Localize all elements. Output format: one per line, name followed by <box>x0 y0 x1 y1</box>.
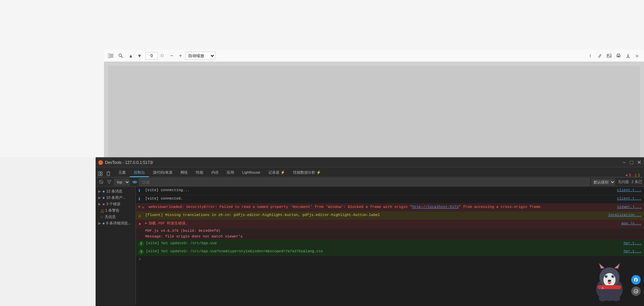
tab-application[interactable]: 应用 <box>223 168 238 177</box>
prev-page-button[interactable]: ▲ <box>127 52 135 60</box>
svg-rect-3 <box>110 57 113 57</box>
tab-network[interactable]: 网络 <box>176 168 192 177</box>
verbose-icon: ● <box>102 221 105 226</box>
log-source-0[interactable]: client.t... <box>617 188 641 193</box>
log-text-1: [vite] connected. <box>145 196 614 201</box>
social-icon-1[interactable] <box>631 275 641 285</box>
draw-button[interactable] <box>596 52 604 60</box>
clear-console-button[interactable] <box>98 179 104 185</box>
next-page-button[interactable]: ▼ <box>136 52 144 60</box>
sidebar-user-group[interactable]: ▶ ● 10 条用户... <box>96 194 136 201</box>
hot-icon-5: 2 <box>139 241 144 247</box>
expand-verbose-icon: ▶ <box>98 221 101 225</box>
console-content: ▶ ● 12 条消息 ▶ ● 10 条用户... ▶ ● 3 个错误 △ 1 条… <box>96 187 644 305</box>
page-number-input[interactable]: 0 <box>146 52 158 59</box>
error-count-badge: ● 3 <box>626 173 631 177</box>
minimize-button[interactable]: − <box>622 160 627 165</box>
svg-rect-0 <box>108 53 110 58</box>
tab-memory[interactable]: 内存 <box>207 168 223 177</box>
pdf-content-area <box>104 62 644 157</box>
info-icon-0: ℹ <box>139 188 143 194</box>
error-icon-4: ● <box>139 221 143 227</box>
svg-point-37 <box>612 296 620 301</box>
log-entry-hot-1: 2 [vite] hot updated: /src/App.vue her.t… <box>136 240 644 248</box>
social-icons: W <box>631 275 641 296</box>
zoom-controls: − + 自动缩放 实际大小 适合页面 适合宽度 50% 75% 100% 125… <box>168 52 215 60</box>
warning-icon-3: △ <box>139 213 143 219</box>
tab-lighthouse[interactable]: Lighthouse <box>238 168 264 177</box>
sidebar-errors-group[interactable]: ▶ ● 3 个错误 <box>96 201 136 207</box>
log-entry-hot-2: 3 [vite] hot updated: /src/App.vue?vue&t… <box>136 248 644 256</box>
info-icon: ○ <box>101 214 103 219</box>
zoom-out-button[interactable]: − <box>168 52 176 60</box>
log-source-2[interactable]: viewer.j... <box>617 205 641 210</box>
log-text-3: [fluent] Missing translations in zh-cn: … <box>145 213 605 218</box>
social-icon-2[interactable]: W <box>631 287 641 296</box>
warnings-count: 1 条警告 <box>105 208 119 213</box>
tab-performance[interactable]: 性能 <box>192 168 207 177</box>
image-button[interactable] <box>605 52 613 60</box>
download-button[interactable] <box>624 52 632 60</box>
svg-point-14 <box>108 175 109 176</box>
svg-point-32 <box>608 280 611 282</box>
sidebar-messages-group[interactable]: ▶ ● 12 条消息 <box>96 188 136 194</box>
svg-rect-9 <box>618 56 620 57</box>
pdf-toolbar: ▲ ▼ 0 /0 − + 自动缩放 实际大小 适合页面 适合宽度 50% 75%… <box>104 50 644 62</box>
svg-point-4 <box>119 54 122 56</box>
zoom-in-button[interactable]: + <box>176 52 184 60</box>
svg-point-31 <box>613 276 613 276</box>
console-log-area[interactable]: ℹ [vite] connecting... client.t... ℹ [vi… <box>136 187 644 305</box>
devtools-titlebar: DevTools - 127.0.0.1:5173/ − □ ✕ <box>96 158 644 167</box>
log-text-4: 加载 PDF 时发生错误。 <box>149 221 619 226</box>
tab-recorder[interactable]: 记录器 ⚡ <box>264 168 289 177</box>
devtools-tabs: 元素 控制台 源代码/来源 网络 性能 内存 应用 Lighthouse 记录器… <box>96 167 644 177</box>
sidebar-info-group[interactable]: ○ 无信息 <box>96 214 136 220</box>
filter-toggle-button[interactable] <box>106 179 112 185</box>
error-icon-2: ✕ <box>142 205 147 211</box>
devtools-title-text: DevTools - 127.0.0.1:5173/ <box>105 160 153 165</box>
pdf-error-sub1: PDF.js v4.0.379 (build: 9e14d04fd) <box>136 228 644 234</box>
log-source-3[interactable]: localization... <box>608 213 641 218</box>
context-select[interactable]: top <box>114 178 130 186</box>
close-button[interactable]: ✕ <box>637 160 641 165</box>
filter-input[interactable] <box>139 178 590 186</box>
svg-point-33 <box>608 282 611 284</box>
expand-info-icon <box>98 215 99 219</box>
device-toggle-button[interactable] <box>105 170 112 177</box>
expand-icon-2[interactable]: ▶ <box>139 205 141 209</box>
find-button[interactable] <box>117 52 125 60</box>
sidebar-warnings-group[interactable]: △ 1 条警告 <box>96 207 136 214</box>
svg-line-5 <box>121 56 123 58</box>
log-entry-vite-connected: ℹ [vite] connected. client.t... <box>136 195 644 204</box>
toggle-sidebar-button[interactable] <box>107 52 115 60</box>
inspect-element-button[interactable] <box>97 170 104 177</box>
page-nav-group: ▲ ▼ <box>127 52 144 60</box>
expand-icon-4[interactable]: ▶ <box>145 221 147 226</box>
svg-point-29 <box>612 275 614 277</box>
zoom-select[interactable]: 自动缩放 实际大小 适合页面 适合宽度 50% 75% 100% 125% 15… <box>185 52 215 60</box>
svg-point-36 <box>599 296 607 301</box>
tab-sources[interactable]: 源代码/来源 <box>149 168 176 177</box>
print-button[interactable] <box>614 52 623 60</box>
text-select-button[interactable]: I <box>586 52 594 60</box>
tab-console[interactable]: 控制台 <box>130 168 149 177</box>
pdf-page-area <box>108 66 640 157</box>
log-source-4[interactable]: app.js... <box>622 221 641 226</box>
more-button[interactable]: » <box>633 52 641 60</box>
eye-button[interactable] <box>131 179 138 185</box>
user-count: 10 条用户... <box>106 195 125 200</box>
console-toolbar: top 默认级别 无问题 2 条已 <box>96 177 644 187</box>
husky-mascot: S <box>588 259 631 303</box>
sidebar-verbose-group[interactable]: ▶ ● 8 条详细消息... <box>96 220 136 226</box>
pdf-viewer-area: ▲ ▼ 0 /0 − + 自动缩放 实际大小 适合页面 适合宽度 50% 75%… <box>0 0 644 157</box>
log-source-5[interactable]: her.t... <box>624 241 641 246</box>
tab-performance-insights[interactable]: 性能数据分析 ⚡ <box>289 168 325 177</box>
console-sidebar: ▶ ● 12 条消息 ▶ ● 10 条用户... ▶ ● 3 个错误 △ 1 条… <box>96 187 136 305</box>
maximize-button[interactable]: □ <box>629 160 634 165</box>
verbose-count: 8 条详细消息... <box>106 221 131 226</box>
log-source-1[interactable]: client.t... <box>617 196 641 201</box>
error-link-2[interactable]: http://localhost:5173 <box>412 205 459 209</box>
log-level-select[interactable]: 默认级别 <box>591 178 615 186</box>
expand-warnings-icon <box>98 209 99 212</box>
tab-elements[interactable]: 元素 <box>114 168 130 177</box>
